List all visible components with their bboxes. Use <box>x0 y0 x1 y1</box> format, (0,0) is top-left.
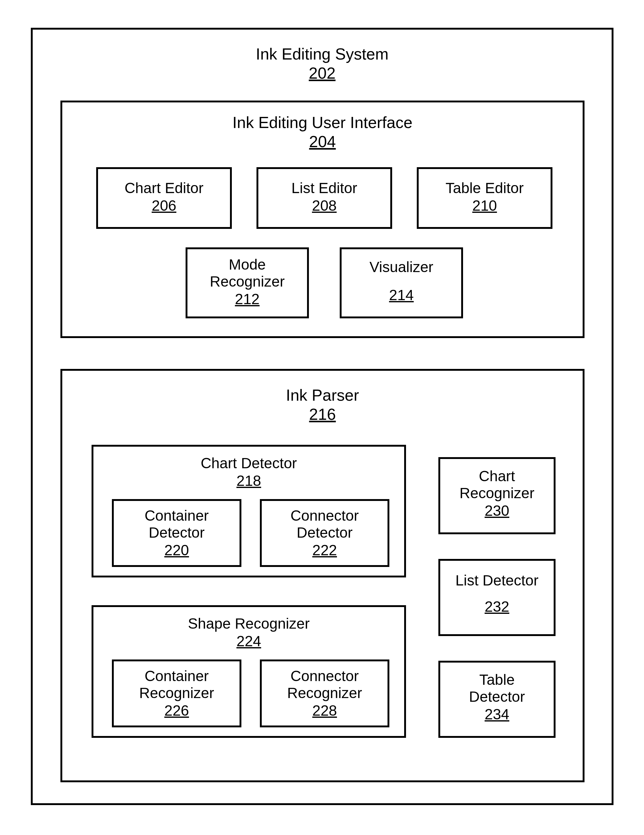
ui-ref: 204 <box>62 133 582 151</box>
connector-recognizer-title: Connector Recognizer <box>262 668 388 702</box>
visualizer-box: Visualizer 214 <box>340 247 463 318</box>
container-recognizer-ref: 226 <box>114 702 240 719</box>
container-detector-box: Container Detector 220 <box>112 499 242 567</box>
visualizer-title: Visualizer <box>342 258 461 275</box>
table-detector-title: Table Detector <box>440 671 554 705</box>
ui-box: Ink Editing User Interface 204 Chart Edi… <box>60 101 584 338</box>
list-detector-title: List Detector <box>440 572 554 589</box>
table-detector-ref: 234 <box>440 706 554 723</box>
list-detector-box: List Detector 232 <box>438 559 556 636</box>
visualizer-ref: 214 <box>342 287 461 304</box>
shape-recognizer-box: Shape Recognizer 224 Container Recognize… <box>92 605 406 738</box>
container-recognizer-box: Container Recognizer 226 <box>112 660 242 727</box>
connector-recognizer-box: Connector Recognizer 228 <box>260 660 389 727</box>
parser-title: Ink Parser <box>62 386 582 405</box>
table-editor-ref: 210 <box>419 197 551 214</box>
list-editor-box: List Editor 208 <box>256 167 392 229</box>
container-recognizer-title: Container Recognizer <box>114 668 240 702</box>
chart-detector-box: Chart Detector 218 Container Detector 22… <box>92 445 406 577</box>
parser-ref: 216 <box>62 405 582 424</box>
chart-editor-title: Chart Editor <box>98 180 230 197</box>
ui-title: Ink Editing User Interface <box>62 114 582 132</box>
connector-recognizer-ref: 228 <box>262 702 388 719</box>
list-editor-ref: 208 <box>258 197 390 214</box>
table-editor-title: Table Editor <box>419 180 551 197</box>
mode-recognizer-box: Mode Recognizer 212 <box>186 247 309 318</box>
system-title: Ink Editing System <box>33 45 612 63</box>
chart-editor-ref: 206 <box>98 197 230 214</box>
mode-recognizer-ref: 212 <box>187 291 307 307</box>
chart-detector-title: Chart Detector <box>93 455 404 472</box>
parser-box: Ink Parser 216 Chart Detector 218 Contai… <box>60 369 584 782</box>
connector-detector-ref: 222 <box>262 542 388 559</box>
chart-editor-box: Chart Editor 206 <box>96 167 232 229</box>
container-detector-title: Container Detector <box>114 507 240 541</box>
system-ref: 202 <box>33 64 612 83</box>
container-detector-ref: 220 <box>114 542 240 559</box>
list-editor-title: List Editor <box>258 180 390 197</box>
connector-detector-box: Connector Detector 222 <box>260 499 389 567</box>
system-box: Ink Editing System 202 Ink Editing User … <box>31 28 613 805</box>
chart-detector-ref: 218 <box>93 472 404 489</box>
shape-recognizer-ref: 224 <box>93 633 404 650</box>
shape-recognizer-title: Shape Recognizer <box>93 615 404 632</box>
table-detector-box: Table Detector 234 <box>438 661 556 738</box>
list-detector-ref: 232 <box>440 598 554 615</box>
chart-recognizer-title: Chart Recognizer <box>440 468 554 502</box>
chart-recognizer-box: Chart Recognizer 230 <box>438 457 556 534</box>
connector-detector-title: Connector Detector <box>262 507 388 541</box>
table-editor-box: Table Editor 210 <box>417 167 552 229</box>
chart-recognizer-ref: 230 <box>440 502 554 519</box>
mode-recognizer-title: Mode Recognizer <box>187 256 307 290</box>
